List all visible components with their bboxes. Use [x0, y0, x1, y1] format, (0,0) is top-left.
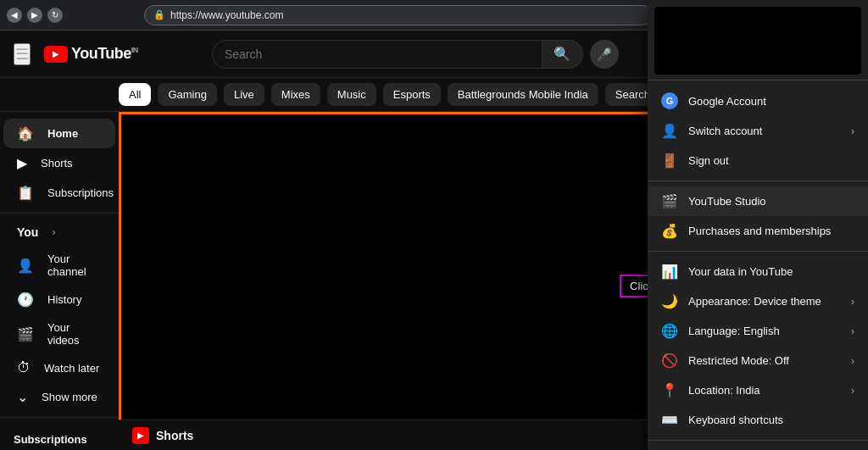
youtube-body: 🏠 Home ▶ Shorts 📋 Subscriptions You › 👤 … — [0, 112, 868, 450]
dropdown-restricted-mode[interactable]: 🚫 Restricted Mode: Off › — [648, 346, 868, 375]
category-music[interactable]: Music — [327, 83, 376, 106]
sidebar-item-your-channel[interactable]: 👤 Your channel — [3, 246, 115, 285]
your-videos-label: Your videos — [47, 321, 102, 347]
your-channel-label: Your channel — [47, 253, 102, 278]
dropdown-settings[interactable]: ⚙️ Settings — [648, 446, 868, 450]
subscriptions-title: Subscriptions — [0, 423, 119, 449]
dropdown-appearance-label: Appearance: Device theme — [688, 295, 841, 308]
sidebar-item-history[interactable]: 🕐 History — [3, 285, 115, 314]
location-icon: 📍 — [661, 382, 678, 398]
chevron-down-icon: ⌄ — [17, 389, 28, 405]
hamburger-menu-button[interactable]: ☰ — [14, 43, 31, 65]
restricted-icon: 🚫 — [661, 353, 678, 369]
sidebar-home-label: Home — [47, 127, 78, 140]
home-icon: 🏠 — [17, 125, 34, 142]
category-live[interactable]: Live — [224, 83, 264, 106]
dropdown-youtube-studio[interactable]: 🎬 YouTube Studio — [648, 186, 868, 216]
language-arrow: › — [851, 325, 854, 337]
youtube-studio-icon: 🎬 — [661, 193, 678, 209]
search-input[interactable] — [225, 47, 530, 61]
sidebar-shorts-label: Shorts — [41, 157, 73, 169]
youtube-app: ☰ ▶ YouTubeIN 🔍 🎤 📤 🔔 R All Gaming Live … — [0, 31, 868, 450]
sidebar-item-shorts[interactable]: ▶ Shorts — [3, 148, 115, 178]
sidebar-item-watch-later[interactable]: ⏱ Watch later — [3, 353, 115, 382]
appearance-arrow: › — [851, 296, 854, 308]
sidebar-divider-1 — [0, 213, 119, 214]
you-label: You — [17, 225, 38, 239]
header-left: ☰ ▶ YouTubeIN — [14, 43, 138, 65]
shorts-icon: ▶ — [17, 155, 27, 171]
dropdown-location-label: Location: India — [688, 384, 841, 397]
dropdown-language[interactable]: 🌐 Language: English › — [648, 316, 868, 346]
browser-reload-button[interactable]: ↻ — [47, 8, 63, 23]
switch-account-icon: 👤 — [661, 123, 678, 139]
sidebar-subscriptions-label: Subscriptions — [47, 186, 114, 199]
youtube-logo[interactable]: ▶ YouTubeIN — [44, 45, 138, 63]
watch-later-icon: ⏱ — [17, 360, 31, 375]
language-icon: 🌐 — [661, 323, 678, 339]
dropdown-purchases[interactable]: 💰 Purchases and memberships — [648, 216, 868, 246]
dropdown-divider-1 — [648, 181, 868, 181]
category-esports[interactable]: Esports — [383, 83, 441, 106]
you-chevron: › — [52, 226, 55, 238]
youtube-logo-icon: ▶ — [44, 46, 68, 63]
history-label: History — [47, 293, 81, 306]
category-all[interactable]: All — [119, 83, 151, 106]
dropdown-purchases-label: Purchases and memberships — [688, 225, 854, 237]
sign-out-icon: 🚪 — [661, 153, 678, 169]
sidebar-item-you[interactable]: You › — [3, 219, 115, 246]
restricted-arrow: › — [851, 355, 854, 367]
dropdown-divider-2 — [648, 251, 868, 252]
dropdown-restricted-label: Restricted Mode: Off — [688, 354, 841, 367]
appearance-icon: 🌙 — [661, 293, 678, 309]
dropdown-keyboard-label: Keyboard shortcuts — [688, 414, 854, 426]
search-button[interactable]: 🔍 — [542, 40, 583, 69]
your-videos-icon: 🎬 — [17, 326, 34, 342]
youtube-logo-text: YouTubeIN — [71, 45, 138, 63]
dropdown-divider-3 — [648, 440, 868, 441]
dropdown-your-data-label: Your data in YouTube — [688, 265, 854, 278]
dropdown-your-data[interactable]: 📊 Your data in YouTube — [648, 257, 868, 286]
search-bar: 🔍 🎤 — [212, 40, 619, 69]
sidebar-divider-2 — [0, 417, 119, 418]
dropdown-location[interactable]: 📍 Location: India › — [648, 375, 868, 405]
browser-back-button[interactable]: ◀ — [7, 8, 22, 23]
mic-button[interactable]: 🎤 — [590, 40, 619, 69]
dropdown-keyboard-shortcuts[interactable]: ⌨️ Keyboard shortcuts — [648, 405, 868, 435]
category-mixes[interactable]: Mixes — [271, 83, 320, 106]
dropdown-sign-out-label: Sign out — [688, 154, 854, 167]
your-data-icon: 📊 — [661, 264, 678, 280]
dropdown-menu: G Google Account 👤 Switch account › 🚪 Si… — [648, 112, 868, 450]
sidebar-item-subscriptions[interactable]: 📋 Subscriptions — [3, 178, 115, 208]
history-icon: 🕐 — [17, 292, 34, 308]
sidebar: 🏠 Home ▶ Shorts 📋 Subscriptions You › 👤 … — [0, 112, 119, 450]
dropdown-sign-out[interactable]: 🚪 Sign out — [648, 146, 868, 175]
watch-later-label: Watch later — [44, 362, 99, 375]
dropdown-language-label: Language: English — [688, 325, 841, 337]
sidebar-item-home[interactable]: 🏠 Home — [3, 119, 115, 148]
category-battlegrounds[interactable]: Battlegrounds Mobile India — [448, 83, 598, 106]
dropdown-appearance[interactable]: 🌙 Appearance: Device theme › — [648, 286, 868, 316]
switch-account-arrow: › — [851, 125, 854, 137]
location-arrow: › — [851, 385, 854, 397]
dropdown-youtube-studio-label: YouTube Studio — [688, 195, 854, 208]
browser-forward-button[interactable]: ▶ — [27, 8, 42, 23]
logo-sup: IN — [131, 46, 138, 54]
shorts-bar-label: Shorts — [156, 429, 193, 442]
sidebar-item-your-videos[interactable]: 🎬 Your videos — [3, 314, 115, 353]
show-more-label: Show more — [42, 391, 97, 403]
shorts-bar-icon: ▶ — [132, 427, 149, 444]
category-gaming[interactable]: Gaming — [158, 83, 217, 106]
dropdown-switch-account-label: Switch account — [688, 125, 841, 137]
keyboard-icon: ⌨️ — [661, 412, 678, 428]
browser-url-bar[interactable]: 🔒 https://www.youtube.com — [144, 5, 653, 25]
lock-icon: 🔒 — [153, 9, 165, 20]
subscriptions-icon: 📋 — [17, 185, 34, 201]
url-text: https://www.youtube.com — [170, 9, 283, 21]
sidebar-item-show-more[interactable]: ⌄ Show more — [3, 382, 115, 412]
search-input-wrap[interactable] — [212, 40, 542, 69]
channel-icon: 👤 — [17, 258, 34, 274]
dropdown-switch-account[interactable]: 👤 Switch account › — [648, 116, 868, 146]
purchases-icon: 💰 — [661, 223, 678, 239]
